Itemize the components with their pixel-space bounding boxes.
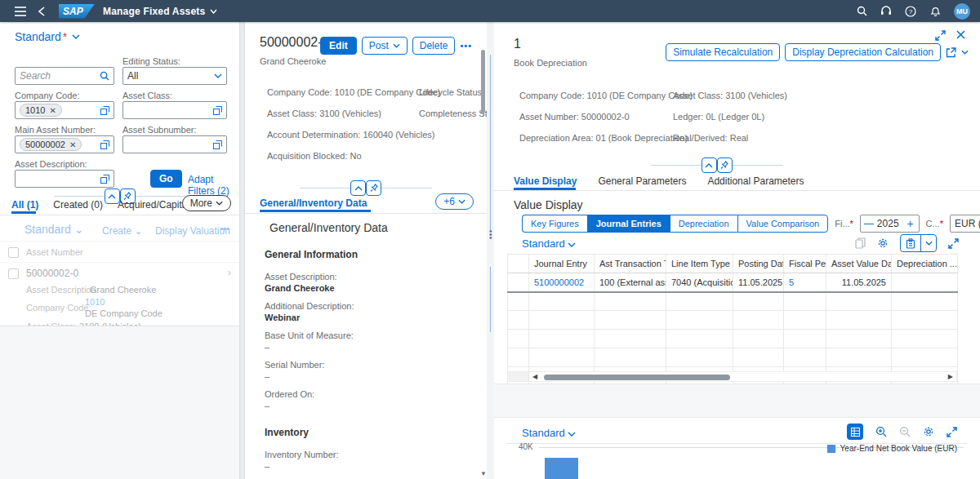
info-company-code: Company Code: 1010 (DE Company Code) xyxy=(519,91,693,100)
row-cc-link[interactable]: 1010 xyxy=(85,297,105,307)
pin-header-button[interactable] xyxy=(717,157,733,173)
scrollbar-thumb[interactable] xyxy=(544,375,730,380)
chevron-right-icon[interactable]: › xyxy=(228,266,231,278)
export-split-button[interactable] xyxy=(900,234,937,252)
chart-variant-selector[interactable]: Standard xyxy=(522,427,576,439)
collapse-header-button[interactable] xyxy=(350,180,366,196)
col-fiscal-period[interactable]: Fiscal Period xyxy=(784,255,826,273)
simulate-recalculation-button[interactable]: Simulate Recalculation xyxy=(666,43,780,61)
variant-selector[interactable]: Standard * xyxy=(15,30,80,43)
segment-journal-entries[interactable]: Journal Entries xyxy=(587,215,670,233)
search-icon[interactable] xyxy=(100,71,109,81)
stepper-increase-button[interactable]: + xyxy=(902,217,919,230)
chart-settings-gear-icon[interactable] xyxy=(923,426,934,437)
pin-header-button[interactable] xyxy=(366,180,381,196)
vertical-scrollbar[interactable] xyxy=(480,27,486,468)
chevron-down-icon[interactable] xyxy=(961,50,969,55)
zoom-out-icon[interactable] xyxy=(899,426,911,437)
table-variant-selector[interactable]: Standard ⌄ xyxy=(24,223,83,236)
app-title[interactable]: Manage Fixed Assets xyxy=(103,6,217,17)
editing-status-select[interactable]: All xyxy=(122,67,227,85)
search-input[interactable]: Search xyxy=(15,67,114,85)
select-all-checkbox[interactable] xyxy=(8,247,19,258)
zoom-in-icon[interactable] xyxy=(875,426,887,437)
display-depreciation-calculation-button[interactable]: Display Depreciation Calculation xyxy=(785,43,941,61)
col-journal-entry[interactable]: Journal Entry xyxy=(529,255,595,273)
main-asset-number-input[interactable]: 50000002✕ xyxy=(15,135,114,153)
more-tabs-button[interactable]: +6 xyxy=(435,193,474,210)
back-icon[interactable] xyxy=(31,0,52,22)
close-icon[interactable] xyxy=(956,30,965,39)
search-icon[interactable] xyxy=(851,0,872,22)
horizontal-scrollbar[interactable]: ◀ ▶ xyxy=(507,371,957,382)
fiscal-period-link[interactable]: 5 xyxy=(789,277,794,287)
table-row[interactable]: 5100000002 100 (External asset ... 7040 … xyxy=(508,273,958,292)
row-asset-number[interactable]: 50000002-0 xyxy=(26,268,78,279)
notifications-bell-icon[interactable] xyxy=(924,0,946,22)
company-code-input[interactable]: 1010✕ xyxy=(15,101,114,119)
tabs-more-button[interactable]: More xyxy=(182,195,231,211)
collapse-header-button[interactable] xyxy=(702,157,717,173)
tab-value-display[interactable]: Value Display xyxy=(514,175,577,187)
value-help-icon[interactable] xyxy=(100,106,109,115)
value-help-icon[interactable] xyxy=(213,140,222,149)
asset-description-input[interactable] xyxy=(15,170,114,188)
enter-fullscreen-icon[interactable] xyxy=(935,30,946,41)
col-ast-transaction-type[interactable]: Ast Transaction Type xyxy=(595,255,666,273)
export-icon[interactable] xyxy=(901,238,920,249)
value-help-icon[interactable] xyxy=(100,175,109,184)
remove-token-icon[interactable]: ✕ xyxy=(69,140,76,149)
share-icon[interactable] xyxy=(946,47,956,58)
scroll-down-arrow-icon[interactable]: ▼ xyxy=(480,470,487,477)
col-line-item-type[interactable]: Line Item Type xyxy=(666,255,733,273)
col-depreciation[interactable]: Depreciation ... xyxy=(892,255,958,273)
delete-button[interactable]: Delete xyxy=(412,37,456,55)
splitter-grip-icon[interactable]: ••• xyxy=(489,230,492,240)
bar-year-end-net-book-value[interactable] xyxy=(545,458,578,479)
display-valuation-button[interactable]: Display Valuation xyxy=(155,225,230,237)
user-avatar[interactable]: MU xyxy=(954,3,970,20)
table-fullscreen-icon[interactable] xyxy=(948,238,959,249)
value-help-icon[interactable] xyxy=(100,140,109,149)
sap-logo[interactable]: SAP xyxy=(59,4,95,19)
settings-gear-icon[interactable] xyxy=(877,237,889,249)
scroll-right-arrow-icon[interactable]: ▶ xyxy=(945,373,956,380)
help-icon[interactable]: ? xyxy=(900,0,921,22)
tab-general-parameters[interactable]: General Parameters xyxy=(598,175,686,187)
table-variant-selector[interactable]: Standard xyxy=(522,237,576,250)
panel-splitter[interactable]: ••• xyxy=(487,22,494,479)
segment-value-comparison[interactable]: Value Comparison xyxy=(737,215,829,233)
tab-additional-parameters[interactable]: Additional Parameters xyxy=(707,175,804,187)
col-asset-value-date[interactable]: Asset Value Date xyxy=(826,255,892,273)
table-view-toggle-icon[interactable] xyxy=(847,424,863,440)
tab-all[interactable]: All (1) xyxy=(11,199,38,211)
fiscal-year-value[interactable]: 2025 xyxy=(877,218,902,229)
scrollbar-thumb[interactable] xyxy=(481,50,485,113)
export-menu-chevron-icon[interactable] xyxy=(921,241,936,246)
select-column-header[interactable] xyxy=(508,255,529,273)
scroll-left-arrow-icon[interactable]: ◀ xyxy=(529,373,541,380)
asset-class-input[interactable] xyxy=(122,101,227,119)
chart-fullscreen-icon[interactable] xyxy=(947,427,957,437)
tab-general-inventory-data[interactable]: General/Inventory Data xyxy=(260,197,367,209)
support-headset-icon[interactable] xyxy=(875,0,897,22)
remove-token-icon[interactable]: ✕ xyxy=(49,106,56,115)
overflow-icon[interactable]: ••• xyxy=(220,224,229,233)
stepper-decrease-button[interactable]: — xyxy=(861,218,877,229)
tab-created[interactable]: Created (0) xyxy=(53,199,103,211)
col-posting-date[interactable]: Posting Date xyxy=(733,255,784,273)
asset-subnumber-input[interactable] xyxy=(122,135,227,153)
go-button[interactable]: Go xyxy=(150,170,182,188)
segment-key-figures[interactable]: Key Figures xyxy=(522,215,587,233)
value-help-icon[interactable] xyxy=(213,106,222,115)
segment-depreciation[interactable]: Depreciation xyxy=(670,215,737,233)
edit-button[interactable]: Edit xyxy=(320,37,357,55)
overflow-icon[interactable]: ••• xyxy=(460,41,472,51)
currency-input[interactable]: EUR (Compa xyxy=(950,215,980,233)
create-button[interactable]: Create ⌄ xyxy=(102,225,142,237)
row-checkbox[interactable] xyxy=(8,268,19,279)
post-button[interactable]: Post xyxy=(362,37,408,55)
journal-entry-link[interactable]: 5100000002 xyxy=(534,277,584,287)
copy-icon[interactable] xyxy=(855,237,866,249)
menu-icon[interactable] xyxy=(10,0,31,22)
